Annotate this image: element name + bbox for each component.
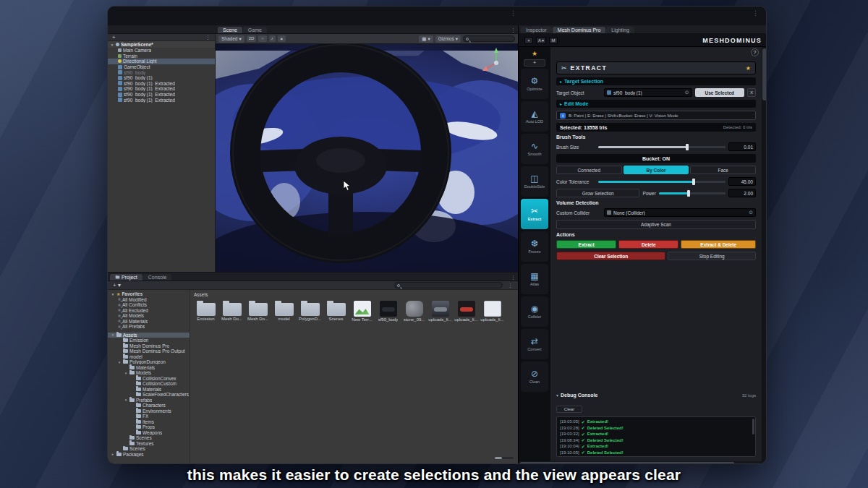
asset-polygond[interactable]: PolygonD... xyxy=(298,301,322,322)
scene-menu-icon[interactable]: ⋮ xyxy=(509,27,518,33)
grow-selection-button[interactable]: Grow Selection xyxy=(556,189,639,197)
favorite-all-excluded[interactable]: All Excluded xyxy=(108,308,190,314)
hierarchy-item-gameobject[interactable]: GameObject xyxy=(108,64,215,70)
tab-inspector[interactable]: Inspector xyxy=(521,27,552,33)
tool-clean[interactable]: ⊘Clean xyxy=(521,361,548,392)
tree-item-model[interactable]: model xyxy=(108,354,190,360)
tool-extract[interactable]: ✂Extract xyxy=(521,199,548,229)
hierarchy-item-sf90-body-1-extracted[interactable]: sf90_body (1)_Extracted xyxy=(108,92,215,98)
tree-item-weapons[interactable]: Weapons xyxy=(108,430,190,436)
console-collapse-icon[interactable]: ▾ xyxy=(556,393,558,398)
asset-mesh-do[interactable]: Mesh Do... xyxy=(220,301,244,322)
tab-lighting[interactable]: Lighting xyxy=(606,27,634,33)
tree-item-collisioncustom[interactable]: CollisionCustom xyxy=(108,381,190,387)
add-object-button[interactable]: + xyxy=(110,34,118,40)
asset-scenes[interactable]: Scenes xyxy=(324,301,348,322)
favorite-all-models[interactable]: All Models xyxy=(108,313,190,319)
tab-mesh-dominus-pro[interactable]: Mesh Dominus Pro xyxy=(553,27,606,33)
project-tab-menu-icon[interactable]: ⋮ xyxy=(509,275,518,281)
favorite-star-icon[interactable]: ★ xyxy=(532,50,537,57)
hierarchy-item-terrain[interactable]: Terrain xyxy=(108,53,215,59)
scene-viewport[interactable] xyxy=(216,44,518,272)
edit-mode-header[interactable]: ▸ Edit Mode xyxy=(556,100,756,108)
asset-new-terr[interactable]: New Terr... xyxy=(350,301,374,322)
audio-toggle[interactable]: ♪ xyxy=(269,35,276,42)
power-slider[interactable] xyxy=(659,192,726,194)
tree-item-mesh-dominus-pro-output[interactable]: Mesh Dominus Pro Output xyxy=(108,348,190,354)
tool-collider[interactable]: ◉Collider xyxy=(521,296,548,327)
shading-mode-dropdown[interactable]: Shaded▾ xyxy=(218,35,244,43)
hierarchy-item-sf90-body-1-extracted[interactable]: sf90_body (1)_Extracted xyxy=(108,81,215,87)
hierarchy-item-sf90-body-1-extracted[interactable]: sf90_body (1)_Extracted xyxy=(108,97,215,103)
effects-dropdown[interactable]: ✶ xyxy=(278,35,286,42)
debug-console-header[interactable]: ▾ Debug Console 32 logs xyxy=(556,393,756,398)
tree-item-assets[interactable]: ▾Assets xyxy=(108,333,190,338)
tree-item-emission[interactable]: Emission xyxy=(108,338,190,343)
2d-toggle[interactable]: 2D xyxy=(247,35,257,42)
bookmark-star-icon[interactable]: ★ xyxy=(746,65,751,72)
tree-item-textures[interactable]: Textures xyxy=(108,441,190,447)
asset-uploads-fi[interactable]: uploads_fi... xyxy=(428,301,452,322)
asset-uploads-fi[interactable]: uploads_fi... xyxy=(454,301,478,322)
delete-button[interactable]: Delete xyxy=(618,240,678,249)
a-dropdown[interactable]: A▾ xyxy=(536,37,546,44)
tool-smooth[interactable]: ∿Smooth xyxy=(521,134,548,164)
create-asset-button[interactable]: + ▾ xyxy=(111,282,123,288)
clear-target-button[interactable]: X xyxy=(747,88,756,97)
hierarchy-item-sf90-body-1[interactable]: sf90_body (1) xyxy=(108,75,215,81)
custom-collider-field[interactable]: None (Collider) ⊙ xyxy=(604,208,756,217)
tree-item-scenes[interactable]: Scenes xyxy=(108,435,190,441)
tool-auto-lod[interactable]: ◭Auto LOD xyxy=(521,101,548,132)
tree-item-collisionconvex[interactable]: CollisionConvex xyxy=(108,376,190,382)
tree-item-scalefixedcharacters[interactable]: ScaleFixedCharacters xyxy=(108,392,190,398)
favorites-header[interactable]: ▾ ★ Favorites xyxy=(108,291,190,297)
mode-face[interactable]: Face xyxy=(690,166,756,174)
collapse-arrow-icon[interactable]: ▾ xyxy=(111,292,115,296)
stop-editing-button[interactable]: Stop Editing xyxy=(668,252,756,260)
asset-model[interactable]: model xyxy=(272,301,296,322)
tool-atlas[interactable]: ▦Atlas xyxy=(521,264,548,294)
tree-item-prefabs[interactable]: ▾Prefabs xyxy=(108,398,190,403)
power-value[interactable]: 2.00 xyxy=(728,189,756,197)
close-button[interactable]: × xyxy=(524,37,533,44)
clear-selection-button[interactable]: Clear Selection xyxy=(556,252,665,260)
console-scrollbar[interactable] xyxy=(752,419,754,435)
tree-item-packages[interactable]: ▸Packages xyxy=(108,452,190,458)
adaptive-scan-button[interactable]: Adaptive Scan xyxy=(556,220,756,229)
target-object-field[interactable]: sf90_body (1) ⊙ xyxy=(604,88,692,97)
window-menu-icon[interactable]: ⋮ xyxy=(752,9,759,17)
tab-game[interactable]: Game xyxy=(243,27,267,33)
tree-item-characters[interactable]: Characters xyxy=(108,403,190,408)
scene-root-row[interactable]: ▾ SampleScene* xyxy=(108,41,215,48)
tree-item-scenes[interactable]: Scenes xyxy=(108,446,190,452)
brush-size-value[interactable]: 0.01 xyxy=(728,142,756,151)
tab-scene[interactable]: Scene xyxy=(218,27,242,33)
hierarchy-menu-icon[interactable]: ⋮ xyxy=(203,35,213,40)
tab-project[interactable]: Project xyxy=(110,274,142,281)
project-menu-icon[interactable]: ⋮ xyxy=(506,283,515,288)
tool-freeze[interactable]: ❆Freeze xyxy=(521,231,548,262)
tree-item-props[interactable]: Props xyxy=(108,424,190,430)
tree-item-items[interactable]: Items xyxy=(108,419,190,425)
favorite-all-materials[interactable]: All Materials xyxy=(108,319,190,325)
debug-console-log[interactable]: [19:03:05]✔Extracted![19:03:28]✔Deleted … xyxy=(556,416,756,457)
m-button[interactable]: M xyxy=(549,37,558,44)
color-tolerance-value[interactable]: 45.00 xyxy=(728,177,756,186)
help-button[interactable]: ? xyxy=(751,48,759,56)
asset-emission[interactable]: Emission xyxy=(194,301,218,322)
clear-console-button[interactable]: Clear xyxy=(556,406,582,413)
tool-doubleside[interactable]: ◫DoubleSide xyxy=(521,166,548,197)
hierarchy-item-main-camera[interactable]: Main Camera xyxy=(108,48,215,53)
object-picker-icon[interactable]: ⊙ xyxy=(749,210,753,215)
add-tool-button[interactable]: + xyxy=(524,59,545,67)
mode-connected[interactable]: Connected xyxy=(556,166,622,174)
tree-item-materials[interactable]: Materials xyxy=(108,365,190,371)
thumbnail-zoom-slider[interactable] xyxy=(495,457,514,459)
tree-item-environments[interactable]: Environments xyxy=(108,408,190,414)
hierarchy-item-directional-light[interactable]: Directional Light xyxy=(108,59,215,64)
asset-stone-09[interactable]: stone_09... xyxy=(402,301,426,322)
object-picker-icon[interactable]: ⊙ xyxy=(685,90,689,95)
asset-mesh-do[interactable]: Mesh Do... xyxy=(246,301,270,322)
gizmos-dropdown[interactable]: Gizmos▾ xyxy=(435,35,461,43)
favorite-all-modified[interactable]: All Modified xyxy=(108,297,190,303)
